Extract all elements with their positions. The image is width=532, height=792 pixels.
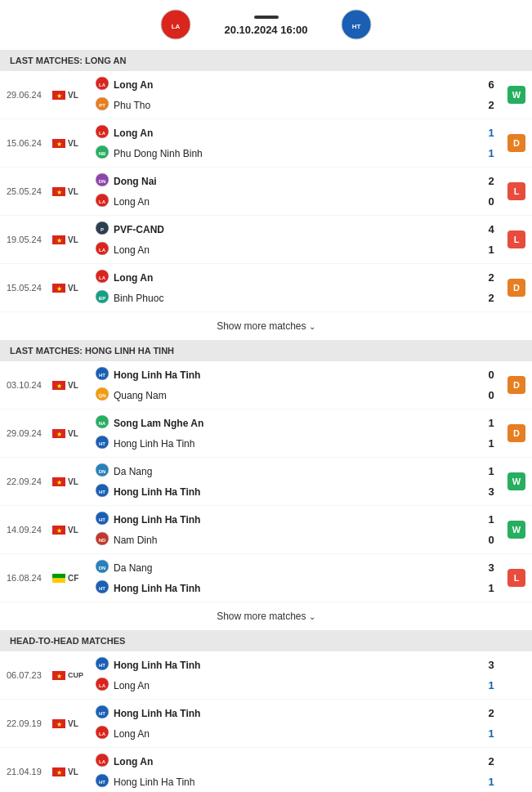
team-row: HTHong Linh Ha Tinh0 <box>95 365 503 385</box>
team-name: Phu Dong Ninh Binh <box>114 148 480 159</box>
header-center: 20.10.2024 16:00 <box>225 16 308 36</box>
team-icon: DN <box>95 172 110 190</box>
team-icon: HT <box>95 511 110 528</box>
h2h-matches: 06.07.23★CUPHTHong Linh Ha Tinh3LALong A… <box>0 651 532 792</box>
team-name: PVF-CAND <box>114 224 480 235</box>
team-row: HTHong Linh Ha Tinh3 <box>95 481 503 502</box>
team-score: 2 <box>480 292 503 304</box>
svg-text:★: ★ <box>56 236 62 244</box>
team-name: Hong Linh Ha Tinh <box>114 486 480 498</box>
team1-logo: LA <box>159 8 192 43</box>
team-row: HTHong Linh Ha Tinh3 <box>95 655 503 675</box>
match-date: 19.05.24 <box>7 235 52 244</box>
team-row: NBPhu Dong Ninh Binh1 <box>95 143 503 163</box>
team-row: LALong An2 <box>95 267 503 288</box>
svg-text:HT: HT <box>99 441 105 446</box>
result-badge <box>507 763 525 781</box>
league-badge: ★VL <box>52 477 92 486</box>
team-name: Long An <box>114 244 480 256</box>
teams-scores: LALong An2HTHong Linh Ha Tinh1 <box>95 751 503 792</box>
league-badge: ★VL <box>52 767 92 776</box>
svg-text:QN: QN <box>99 393 106 398</box>
show-more-hong-linh[interactable]: Show more matches ⌄ <box>0 602 532 630</box>
teams-scores: LALong An2BPBinh Phuoc2 <box>95 267 503 308</box>
team-row: LALong An1 <box>95 723 503 744</box>
svg-text:ND: ND <box>99 538 106 543</box>
match-group: 15.06.24★VLLALong An1NBPhu Dong Ninh Bin… <box>0 119 532 168</box>
team-icon: LA <box>95 753 110 770</box>
team-row: BPBinh Phuoc2 <box>95 288 503 308</box>
team-icon: HT <box>95 483 110 500</box>
match-group: 29.09.24★VLNASong Lam Nghe An1HTHong Lin… <box>0 409 532 458</box>
league-badge: ★VL <box>52 187 92 196</box>
team-name: Long An <box>114 680 480 691</box>
team-row: DNDong Nai2 <box>95 171 503 191</box>
svg-text:★: ★ <box>56 768 62 776</box>
team-score: 2 <box>480 755 503 767</box>
team-name: Long An <box>114 196 480 208</box>
svg-text:★: ★ <box>56 92 62 99</box>
match-group: 21.04.19★VLLALong An2HTHong Linh Ha Tinh… <box>0 748 532 792</box>
team-icon: LA <box>95 193 110 210</box>
team-name: Long An <box>114 728 480 740</box>
team-icon: DN <box>95 559 110 576</box>
team-row: DNDa Nang1 <box>95 461 503 481</box>
svg-text:LA: LA <box>99 199 106 204</box>
team-row: HTHong Linh Ha Tinh2 <box>95 703 503 723</box>
result-badge: L <box>507 182 525 200</box>
team-name: Dong Nai <box>114 176 480 187</box>
result-badge <box>507 666 525 684</box>
team-icon: ND <box>95 531 110 548</box>
team-row: LALong An1 <box>95 675 503 696</box>
result-badge <box>507 714 525 732</box>
svg-text:★: ★ <box>56 526 62 534</box>
team-score: 0 <box>480 534 503 546</box>
team-score: 1 <box>480 244 503 256</box>
team-row: NDNam Dinh0 <box>95 530 503 550</box>
teams-scores: DNDong Nai2LALong An0 <box>95 171 503 212</box>
svg-text:PT: PT <box>99 103 105 108</box>
league-badge: ★VL <box>52 381 92 390</box>
team-name: Binh Phuoc <box>114 293 480 304</box>
svg-text:HT: HT <box>99 517 105 522</box>
team-icon: HT <box>95 656 110 673</box>
team-row: HTHong Linh Ha Tinh1 <box>95 772 503 792</box>
header-bar <box>254 16 279 19</box>
result-badge: D <box>507 134 525 152</box>
team-row: DNDa Nang3 <box>95 557 503 578</box>
match-date: 16.08.24 <box>7 573 52 583</box>
team-name: Hong Linh Ha Tinh <box>114 776 480 788</box>
team-score: 6 <box>480 78 503 91</box>
team-name: Da Nang <box>114 562 480 574</box>
svg-text:HT: HT <box>99 711 105 716</box>
team-score: 0 <box>480 369 503 381</box>
team-name: Long An <box>114 128 480 139</box>
svg-text:LA: LA <box>99 248 106 253</box>
svg-rect-59 <box>52 578 65 583</box>
match-date: 29.06.24 <box>7 90 52 100</box>
teams-scores: HTHong Linh Ha Tinh1NDNam Dinh0 <box>95 509 503 550</box>
team-score: 1 <box>480 437 503 450</box>
teams-scores: LALong An6PTPhu Tho2 <box>95 74 503 115</box>
match-date: 29.09.24 <box>7 428 52 438</box>
teams-scores: PPVF-CAND4LALong An1 <box>95 219 503 260</box>
svg-text:★: ★ <box>56 672 62 679</box>
svg-text:LA: LA <box>99 759 106 764</box>
team-name: Hong Linh Ha Tinh <box>114 438 480 450</box>
show-more-long-an[interactable]: Show more matches ⌄ <box>0 312 532 340</box>
svg-text:★: ★ <box>56 140 62 147</box>
svg-text:LA: LA <box>99 131 106 136</box>
team-row: HTHong Linh Ha Tinh1 <box>95 578 503 598</box>
team-row: PTPhu Tho2 <box>95 95 503 115</box>
team-score: 2 <box>480 707 503 719</box>
team-score: 1 <box>480 679 503 691</box>
result-badge: L <box>507 230 525 248</box>
teams-scores: DNDa Nang3HTHong Linh Ha Tinh1 <box>95 557 503 598</box>
match-group: 16.08.24CFDNDa Nang3HTHong Linh Ha Tinh1… <box>0 554 532 602</box>
svg-text:★: ★ <box>56 188 62 195</box>
team-score: 3 <box>480 659 503 671</box>
league-badge: ★VL <box>52 526 92 535</box>
svg-text:HT: HT <box>99 586 105 591</box>
team-name: Hong Linh Ha Tinh <box>114 660 480 671</box>
team-name: Hong Linh Ha Tinh <box>114 583 480 594</box>
